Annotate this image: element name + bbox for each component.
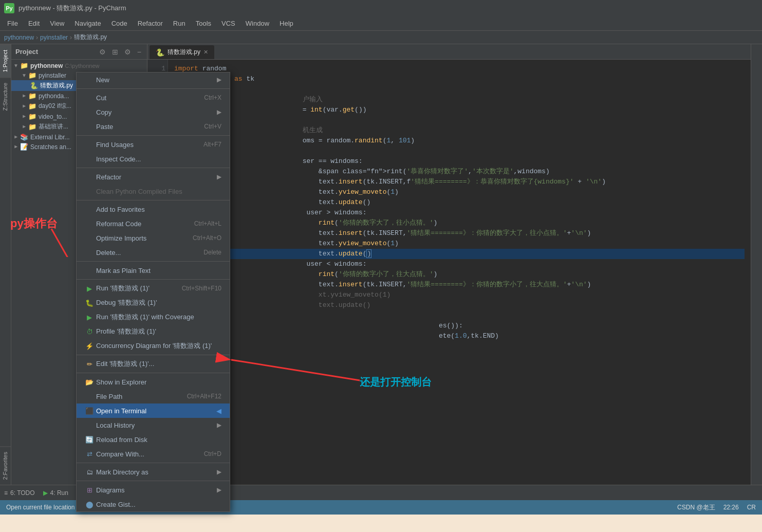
ctx-sep-1 (77, 88, 230, 89)
ctx-local-history-arrow: ▶ (217, 421, 221, 429)
tree-item-root[interactable]: ▼ 📁 pythonnew C:\pythonnew (11, 61, 147, 70)
context-menu: New ▶ Cut Ctrl+X Copy ▶ Paste Ctrl+V Fin… (76, 72, 230, 512)
menu-help[interactable]: Help (274, 17, 299, 29)
project-minimize-icon[interactable]: − (136, 47, 143, 57)
right-sidebar (751, 44, 762, 485)
project-gear-icon[interactable]: ⚙ (123, 47, 133, 57)
ctx-sep-10 (77, 481, 230, 481)
ctx-debug[interactable]: 🐛 Debug '猜数游戏 (1)' (77, 296, 230, 310)
status-encoding: CR (747, 504, 756, 511)
ctx-optimize-label: Optimize Imports (96, 234, 146, 242)
ctx-paste[interactable]: Paste Ctrl+V (77, 119, 230, 134)
tree-label-pyinstaller: pyinstaller (39, 72, 66, 79)
bottom-todo[interactable]: ≡ 6: TODO (4, 489, 35, 497)
ctx-debug-label: Debug '猜数游戏 (1)' (96, 298, 157, 307)
menu-file[interactable]: File (2, 17, 23, 29)
menu-code[interactable]: Code (106, 17, 133, 29)
tree-label-day02: day02 if综... (39, 102, 71, 111)
ctx-find-usages-label: Find Usages (96, 141, 134, 149)
ctx-optimize-imports[interactable]: Optimize Imports Ctrl+Alt+O (77, 231, 230, 245)
menu-vcs[interactable]: VCS (216, 17, 240, 29)
ctx-open-terminal[interactable]: ⬛ Open in Terminal ◀ (77, 403, 230, 418)
ctx-mark-directory[interactable]: 🗂 Mark Directory as ▶ (77, 465, 230, 479)
ctx-inspect-code-label: Inspect Code... (96, 155, 141, 163)
ctx-file-path-icon (85, 392, 94, 401)
ctx-reload-disk[interactable]: 🔄 Reload from Disk (77, 432, 230, 447)
window-title: pythonnew - 猜数游戏.py - PyCharm (18, 4, 126, 13)
tab-label: 猜数游戏.py (168, 48, 200, 57)
ctx-run-icon: ▶ (85, 284, 94, 293)
sidebar-tab-structure[interactable]: Z:Structure (0, 77, 11, 116)
ctx-create-gist[interactable]: ⬤ Create Gist... (77, 497, 230, 511)
ctx-find-usages[interactable]: Find Usages Alt+F7 (77, 137, 230, 152)
ctx-file-path[interactable]: File Path Ctrl+Alt+F12 (77, 389, 230, 403)
ctx-edit-icon: ✏ (85, 359, 94, 369)
menu-run[interactable]: Run (168, 17, 191, 29)
ctx-run-coverage[interactable]: ▶ Run '猜数游戏 (1)' with Coverage (77, 310, 230, 324)
ctx-delete[interactable]: Delete... Delete (77, 245, 230, 260)
tree-label-root: pythonnew (30, 62, 63, 69)
ctx-cut[interactable]: Cut Ctrl+X (77, 90, 230, 105)
menu-window[interactable]: Window (240, 17, 274, 29)
sidebar-tab-project[interactable]: 1:Project (0, 44, 11, 77)
ctx-refactor-label: Refactor (96, 173, 121, 181)
ctx-sep-9 (77, 463, 230, 463)
code-editor[interactable]: 1 2 3 4 5 6 7 8 9 10 11 12 13 14 15 16 1… (147, 60, 751, 485)
tree-label-external-lib: External Libr... (30, 134, 70, 141)
ctx-mark-plain-text[interactable]: Mark as Plain Text (77, 263, 230, 278)
ctx-delete-icon (85, 248, 94, 257)
ctx-diagrams-icon: ⊞ (85, 485, 94, 494)
tree-label-video: video_to... (39, 113, 67, 120)
ctx-run[interactable]: ▶ Run '猜数游戏 (1)' Ctrl+Shift+F10 (77, 281, 230, 296)
ctx-cut-icon (85, 93, 94, 102)
ctx-compare-with[interactable]: ⇄ Compare With... Ctrl+D (77, 447, 230, 461)
ctx-show-explorer[interactable]: 📂 Show in Explorer (77, 375, 230, 389)
editor-tab-main[interactable]: 🐍 猜数游戏.py ✕ (150, 45, 214, 59)
tree-label-main-py: 猜数游戏.py (40, 81, 73, 90)
ctx-inspect-code[interactable]: Inspect Code... (77, 152, 230, 166)
ctx-paste-shortcut: Ctrl+V (204, 123, 221, 130)
ctx-local-history[interactable]: Local History ▶ (77, 418, 230, 432)
ctx-compare-shortcut: Ctrl+D (204, 450, 221, 457)
ctx-optimize-icon (85, 233, 94, 243)
menu-tools[interactable]: Tools (191, 17, 216, 29)
sidebar-tab-favorites[interactable]: 2:Favorites (0, 446, 11, 485)
ctx-paste-label: Paste (96, 123, 113, 131)
ctx-add-favorites[interactable]: Add to Favorites (77, 202, 230, 216)
breadcrumb-item-2[interactable]: pyinstaller (40, 34, 68, 41)
menu-view[interactable]: View (45, 17, 69, 29)
ctx-copy[interactable]: Copy ▶ (77, 105, 230, 119)
breadcrumb-item-3[interactable]: 猜数游戏.py (74, 33, 107, 42)
ctx-sep-3 (77, 168, 230, 168)
ctx-edit-label: Edit '猜数游戏 (1)'... (96, 359, 154, 369)
bottom-run[interactable]: ▶ 4: Run (43, 489, 68, 497)
ctx-profile-icon: ⏱ (85, 327, 94, 336)
project-layout-icon[interactable]: ⊞ (110, 47, 120, 57)
project-settings-icon[interactable]: ⚙ (98, 47, 107, 57)
tree-label-jichubanjj: 基础班讲... (39, 122, 68, 131)
ctx-find-usages-icon (85, 140, 94, 149)
ctx-mark-dir-icon: 🗂 (85, 467, 94, 476)
menu-edit[interactable]: Edit (23, 17, 45, 29)
ctx-new[interactable]: New ▶ (77, 72, 230, 87)
breadcrumb-item-1[interactable]: pythonnew (4, 34, 34, 41)
ctx-refactor[interactable]: Refactor ▶ (77, 170, 230, 184)
menu-navigate[interactable]: Navigate (69, 17, 106, 29)
code-content[interactable]: import random import tkinter as tk 户输入 =… (168, 60, 751, 485)
tab-close-icon[interactable]: ✕ (203, 49, 208, 56)
ctx-mark-plain-text-icon (85, 266, 94, 275)
menu-bar: File Edit View Navigate Code Refactor Ru… (0, 16, 762, 31)
ctx-concurrency[interactable]: ⚡ Concurrency Diagram for '猜数游戏 (1)' (77, 339, 230, 353)
ctx-reformat-label: Reformat Code (96, 220, 141, 228)
ctx-compare-label: Compare With... (96, 450, 144, 458)
ctx-profile[interactable]: ⏱ Profile '猜数游戏 (1)' (77, 324, 230, 339)
ctx-mark-plain-text-label: Mark as Plain Text (96, 267, 151, 274)
ctx-edit-config[interactable]: ✏ Edit '猜数游戏 (1)'... (77, 357, 230, 371)
ctx-show-explorer-icon: 📂 (85, 377, 94, 387)
ctx-sep-8 (77, 373, 230, 373)
todo-label: 6: TODO (10, 489, 35, 497)
ctx-diagrams[interactable]: ⊞ Diagrams ▶ (77, 483, 230, 497)
ctx-reformat-code[interactable]: Reformat Code Ctrl+Alt+L (77, 216, 230, 231)
menu-refactor[interactable]: Refactor (133, 17, 168, 29)
ctx-cut-shortcut: Ctrl+X (204, 94, 221, 101)
